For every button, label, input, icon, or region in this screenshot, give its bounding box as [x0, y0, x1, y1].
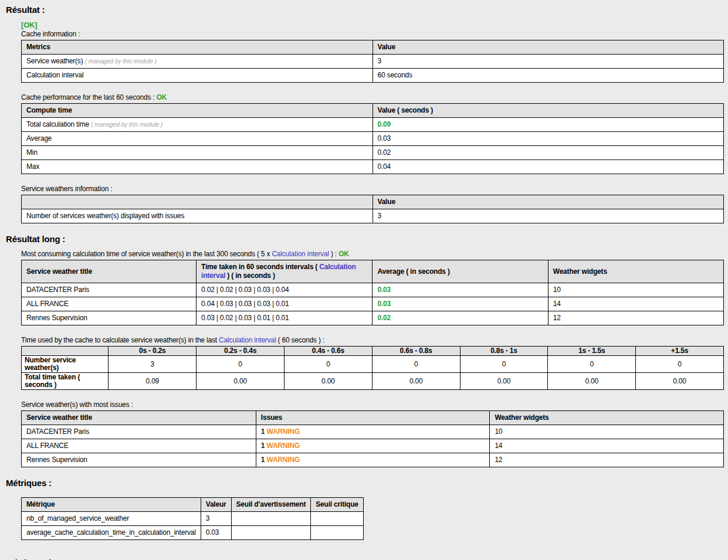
table-row: Average 0.03 — [22, 132, 724, 146]
bucket-row-label: Total time taken ( seconds ) — [22, 373, 109, 390]
service-weathers-information-table: Value Number of services weather(s) disp… — [21, 195, 724, 223]
issue-count: 1 — [261, 442, 265, 450]
column-header-valeur: Valeur — [201, 498, 231, 512]
metric-name-cell: Max — [22, 160, 373, 174]
bucket-header: 0.2s - 0.4s — [197, 347, 285, 356]
column-header-value: Value — [373, 40, 724, 55]
metric-name-cell: Number of services weather(s) displayed … — [22, 209, 373, 223]
table-row: ALL FRANCE 1 WARNING 14 — [22, 439, 724, 453]
long-result-heading: Résultat long : — [6, 234, 724, 244]
column-header-average: Average ( in seconds ) — [373, 260, 548, 283]
metric-value-cell: 0.09 — [373, 118, 724, 132]
result-block: [OK] Cache information : Metrics Value S… — [21, 21, 724, 223]
column-header-value: Value — [373, 195, 724, 209]
long-result-block: Most consuming calculation time of servi… — [21, 250, 724, 467]
column-header-warning-threshold: Seuil d'avertissement — [231, 498, 311, 512]
weather-widgets-cell: 12 — [490, 453, 724, 467]
cache-performance-table: Compute time Value ( seconds ) Total cal… — [21, 103, 724, 174]
service-weather-title-cell: DATACENTER Paris — [22, 425, 256, 439]
issue-count: 1 — [261, 427, 265, 436]
average-cell: 0.03 — [373, 297, 548, 311]
table-row: Number of services weather(s) displayed … — [22, 209, 724, 223]
bucket-row-label: Number service weather(s) — [22, 356, 109, 373]
service-weather-title-cell: DATACENTER Paris — [22, 283, 197, 297]
metric-name-cell: Average — [22, 132, 373, 146]
weather-widgets-cell: 10 — [548, 283, 723, 297]
bucket-value-cell: 0.00 — [460, 373, 548, 390]
table-row: average_cache_calculation_time_in_calcul… — [22, 526, 364, 540]
critical-threshold-cell — [311, 512, 364, 526]
metric-name: Min — [26, 148, 38, 157]
bucket-header: +1.5s — [636, 347, 724, 356]
average-cell: 0.02 — [373, 311, 548, 325]
metric-note: ( managed by this module ) — [85, 57, 157, 65]
metric-name: Calculation interval — [26, 71, 83, 79]
result-status-badge: [OK] — [21, 21, 724, 30]
most-consuming-label-suffix: ) : — [329, 250, 338, 258]
time-taken-cell: 0.02 | 0.02 | 0.03 | 0.03 | 0.04 — [197, 283, 373, 297]
warning-threshold-cell — [231, 512, 311, 526]
calculation-interval-link[interactable]: Calculation interval — [219, 336, 276, 344]
bucket-value-cell: 0 — [284, 356, 372, 373]
bucket-value-cell: 0.00 — [548, 373, 636, 390]
table-row: Min 0.02 — [22, 146, 724, 160]
most-consuming-table: Service weather title Time taken in 60 s… — [21, 260, 724, 325]
most-consuming-status: OK — [338, 250, 349, 258]
bucket-header: 0.6s - 0.8s — [372, 347, 460, 356]
time-taken-cell: 0.04 | 0.03 | 0.03 | 0.03 | 0.01 — [197, 297, 373, 311]
weather-widgets-cell: 14 — [548, 297, 723, 311]
weather-widgets-cell: 10 — [490, 425, 724, 439]
metric-name-cell: average_cache_calculation_time_in_calcul… — [22, 526, 201, 540]
bucket-value-cell: 0 — [372, 356, 460, 373]
metric-name-cell: Service weather(s) ( managed by this mod… — [22, 55, 373, 69]
most-consuming-label-prefix: Most consuming calculation time of servi… — [21, 250, 272, 258]
calculation-interval-link[interactable]: Calculation interval — [272, 250, 329, 258]
most-consuming-label: Most consuming calculation time of servi… — [21, 250, 724, 259]
weather-widgets-cell: 12 — [548, 311, 723, 325]
bucket-value-cell: 0 — [460, 356, 548, 373]
time-taken-header-prefix: Time taken in 60 seconds intervals ( — [201, 263, 319, 271]
bucket-value-cell: 0 — [197, 356, 285, 373]
column-header-blank — [22, 195, 373, 209]
cache-performance-status: OK — [157, 93, 167, 101]
most-issues-table: Service weather title Issues Weather wid… — [21, 410, 724, 467]
column-header-issues: Issues — [256, 411, 490, 425]
table-row: Number service weather(s) 3 0 0 0 0 0 0 — [22, 356, 724, 373]
cache-performance-label-text: Cache performance for the last 60 second… — [21, 93, 155, 101]
service-weather-title-cell: ALL FRANCE — [22, 439, 256, 453]
table-row: DATACENTER Paris 1 WARNING 10 — [22, 425, 724, 439]
critical-threshold-cell — [311, 526, 364, 540]
issues-cell: 1 WARNING — [256, 453, 490, 467]
metric-value-cell: 0.03 — [373, 132, 724, 146]
bucket-value-cell: 0.00 — [197, 373, 285, 390]
table-row: ALL FRANCE 0.04 | 0.03 | 0.03 | 0.03 | 0… — [22, 297, 724, 311]
service-weather-title-cell: Rennes Supervision — [22, 453, 256, 467]
raw-metrics-heading: Métriques brutes : — [6, 558, 724, 560]
bucket-header: 1s - 1.5s — [548, 347, 636, 356]
metric-name: Total calculation time — [26, 120, 89, 128]
bucket-value-cell: 0.09 — [109, 373, 197, 390]
cache-information-label: Cache information : — [21, 30, 724, 39]
bucket-value-cell: 0.00 — [372, 373, 460, 390]
time-taken-cell: 0.03 | 0.02 | 0.03 | 0.01 | 0.01 — [197, 311, 373, 325]
bucket-header: 0.8s - 1s — [460, 347, 548, 356]
time-buckets-table: 0s - 0.2s 0.2s - 0.4s 0.4s - 0.6s 0.6s -… — [21, 346, 724, 390]
metric-name-cell: nb_of_managed_service_weather — [22, 512, 201, 526]
warning-badge: WARNING — [266, 456, 300, 464]
issues-cell: 1 WARNING — [256, 439, 490, 453]
metric-name: Max — [26, 162, 39, 171]
metric-value-cell: 3 — [373, 209, 724, 223]
result-heading: Résultat : — [6, 5, 724, 15]
metric-value-cell: 3 — [201, 512, 231, 526]
metric-name: Service weather(s) — [26, 57, 83, 65]
table-row: Total calculation time ( managed by this… — [22, 118, 724, 132]
bucket-value-cell: 0 — [548, 356, 636, 373]
service-weathers-information-label: Service weathers information : — [21, 185, 724, 194]
bucket-value-cell: 0.00 — [284, 373, 372, 390]
bucket-value-cell: 3 — [109, 356, 197, 373]
metric-value-cell: 60 seconds — [373, 69, 724, 83]
metrics-table: Métrique Valeur Seuil d'avertissement Se… — [21, 497, 364, 540]
column-header-critical-threshold: Seuil critique — [311, 498, 364, 512]
metric-name-cell: Calculation interval — [22, 69, 373, 83]
warning-badge: WARNING — [266, 427, 300, 436]
